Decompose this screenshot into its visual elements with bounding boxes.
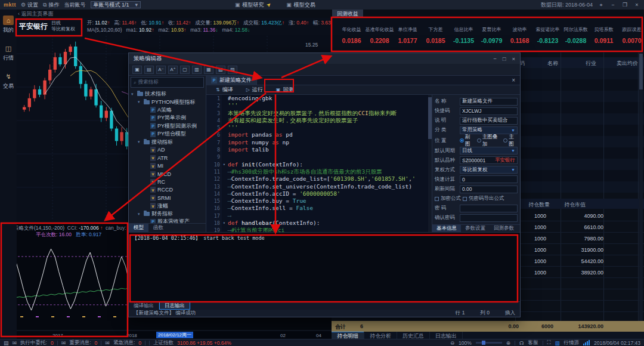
editor-left-tab-函数[interactable]: 函数 <box>148 224 168 232</box>
save-all-icon[interactable]: ▤ <box>144 66 154 74</box>
table-scrollbar[interactable] <box>639 52 643 321</box>
confirm-password-input[interactable] <box>460 214 518 222</box>
sidebar-item-1[interactable]: ⌂我的 <box>3 16 14 34</box>
command-回测[interactable]: ▣回测 <box>276 86 294 94</box>
sidebar-item-3[interactable]: ↯交易 <box>3 72 14 90</box>
index-label[interactable]: 上证指数 <box>153 339 174 346</box>
code-line: 12⟶ContextInfo.trade_code_list=['601398.… <box>206 175 428 183</box>
tab-close-icon[interactable]: × <box>507 77 520 84</box>
tree-item-PYTHON模型指标[interactable]: ▾PYTHON模型指标 <box>129 98 206 106</box>
search-icon: ⌕ <box>134 79 137 86</box>
encrypt-checkbox[interactable] <box>435 197 439 201</box>
folder-icon <box>144 140 150 144</box>
adjust-select[interactable]: 等比前复权▼ <box>460 166 518 174</box>
x-axis-label: 2018 <box>126 333 137 338</box>
output-tab-编译输出[interactable]: 编译输出 <box>129 302 159 310</box>
zoom-out-icon[interactable]: ⊖ <box>450 340 454 346</box>
quick-calc-input[interactable]: 0 <box>460 175 518 183</box>
tree-item-PY组合模型[interactable]: PPY组合模型 <box>129 130 206 138</box>
settings-button[interactable]: ⚙设置 <box>21 1 38 9</box>
tree-item-RC[interactable]: vRC <box>129 178 206 186</box>
maximize-button[interactable]: ❐ <box>621 2 628 8</box>
tree-item-技术指标[interactable]: ▾技术指标 <box>129 90 206 98</box>
editor-maximize-button[interactable]: □ <box>503 55 506 62</box>
tree-item-ATR[interactable]: vATR <box>129 154 206 162</box>
import-icon[interactable]: ▦ <box>204 66 213 74</box>
indicator-tree: ▾技术指标▾PYTHON模型指标PA策略PPY简单示例PPY模型回测示例PPY组… <box>129 89 206 223</box>
print-icon[interactable]: ▨ <box>228 66 237 74</box>
password-input[interactable] <box>460 205 518 212</box>
tree-item-AD[interactable]: vAD <box>129 146 206 154</box>
zoom-slider[interactable] <box>476 342 502 344</box>
python-file-icon: P <box>150 107 156 113</box>
tree-item-MI[interactable]: vMI <box>129 162 206 170</box>
export-icon[interactable]: ▧ <box>216 66 225 74</box>
command-编译[interactable]: ⇅编译 <box>216 86 233 94</box>
status-item[interactable]: 执行中委托: <box>20 339 47 346</box>
service-link[interactable]: 客服 <box>528 339 538 346</box>
font-increase-icon[interactable]: A⁺ <box>168 66 178 74</box>
editor-titlebar[interactable]: 策略编辑器 − □ × <box>129 53 520 64</box>
editor-close-button[interactable]: × <box>512 55 515 62</box>
props-tab-基本信息[interactable]: 基本信息 <box>432 225 461 233</box>
sidebar-item-2[interactable]: ◫行情 <box>3 44 14 62</box>
breadcrumb[interactable]: ‹ 返回主页界面 <box>18 10 54 18</box>
code-line: 18▾def handlebar(ContextInfo): <box>206 220 428 227</box>
editor-minimize-button[interactable]: − <box>493 55 497 62</box>
tree-item-MICD[interactable]: vMICD <box>129 170 206 178</box>
tree-item-SRMI[interactable]: vSRMI <box>129 194 206 202</box>
save-icon[interactable]: ▣ <box>132 66 142 74</box>
metric-贝塔系数: 贝塔系数0.0911 <box>590 18 618 52</box>
tree-item-涨幅[interactable]: v涨幅 <box>129 202 206 209</box>
zoom-in-icon[interactable]: ⊕ <box>506 340 510 346</box>
close-button[interactable]: × <box>633 2 640 8</box>
tree-item-PY简单示例[interactable]: PPY简单示例 <box>129 114 206 122</box>
editor-left-tab-模型[interactable]: 模型 <box>129 224 148 232</box>
output-console[interactable]: 【2018-06-04 02:15:46】 start back test mo… <box>129 232 520 301</box>
current-account-label: 当前账号 <box>64 1 86 9</box>
command-运行[interactable]: ▷运行 <box>246 86 263 94</box>
tab-model-research[interactable]: ▣模型研究➤ <box>235 1 271 9</box>
index-values: 3100.86 +19.05 +0.64% <box>177 340 231 346</box>
tab-backtest-returns[interactable]: 回测收益 <box>332 10 363 18</box>
status-item[interactable]: 紧急消息: <box>113 339 135 346</box>
output-tab-日志输出[interactable]: 日志输出 <box>159 302 190 310</box>
strategy-name-input[interactable]: 新建策略文件 <box>460 98 518 106</box>
indicator-search-input[interactable]: ⌕ 搜索指标 <box>131 77 204 88</box>
tree-item-财务指标[interactable]: ▾财务指标 <box>129 210 206 218</box>
props-tab-参数设置[interactable]: 参数设置 <box>461 225 490 233</box>
monitor-icon[interactable]: ⛶ <box>547 339 551 346</box>
code-editor[interactable]: 1#encoding:gbk2'''3本策略事先设定好交易的股票篮子，然后根据指… <box>206 95 428 232</box>
operate-button[interactable]: ⧉操作 <box>43 1 59 9</box>
symbol-input[interactable]: SZ000001平安银行 <box>460 156 518 164</box>
compile-icon: ⇅ <box>216 87 220 92</box>
tree-item-A策略[interactable]: PA策略 <box>129 106 206 114</box>
refresh-interval-input[interactable]: 0.00 <box>460 186 518 193</box>
strategy-editor-window[interactable]: 策略编辑器 − □ × ▣▤A⁻A⁺▢▥▦▧▨ ⌕ 搜索指标 ▾技术指标▾PYT… <box>128 52 521 317</box>
cci-stats: 平仓次数: 16.00 胜率: 0.917 <box>36 231 101 239</box>
symbol-name: 平安银行 <box>495 157 515 164</box>
period-select[interactable]: 日线▼ <box>460 147 518 155</box>
font-decrease-icon[interactable]: A⁻ <box>156 66 166 74</box>
description-input[interactable]: 运行指数中买卖组合 <box>460 117 518 125</box>
feed-label[interactable]: 行情源 <box>564 339 580 346</box>
tab-model-trading[interactable]: ▣模型交易 <box>286 1 315 9</box>
tree-item-股本营收资产[interactable]: P股本营收资产 <box>129 218 206 223</box>
tree-item-PY模型回测示例[interactable]: PPY模型回测示例 <box>129 122 206 130</box>
orders-icon: ✉ <box>13 340 17 346</box>
hotkey-input[interactable]: XJCLWJ <box>460 107 518 115</box>
props-tab-回测参数[interactable]: 回测参数 <box>490 225 518 233</box>
open-file-icon[interactable]: ▥ <box>192 66 202 74</box>
new-file-icon[interactable]: ▢ <box>180 66 190 74</box>
password-export-checkbox[interactable] <box>463 197 467 201</box>
tree-item-摆动指标[interactable]: ▾摆动指标 <box>129 138 206 146</box>
editor-tabbar: P 新建策略文件 × <box>206 76 520 85</box>
code-scrollbar[interactable] <box>428 95 432 232</box>
tree-item-RCCD[interactable]: vRCCD <box>129 186 206 194</box>
status-item[interactable]: 重要消息: <box>69 339 91 346</box>
pin-icon[interactable]: ⌖ <box>597 2 605 8</box>
file-tab[interactable]: P 新建策略文件 <box>206 76 257 85</box>
account-mode-select[interactable]: 单账号模式 1/1▾ <box>91 1 141 8</box>
home-icon: ⌂ <box>3 16 14 25</box>
minimize-button[interactable]: − <box>609 2 617 8</box>
